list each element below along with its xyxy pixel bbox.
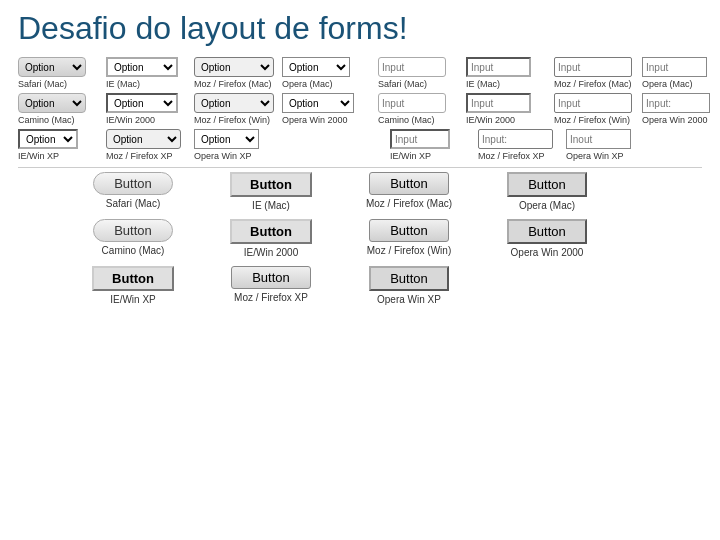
opera-mac-btn-cell: Button Opera (Mac) bbox=[492, 172, 602, 211]
moz-win-input-label: Moz / Firefox (Win) bbox=[554, 115, 630, 125]
ie-mac-input-cell: IE (Mac) bbox=[466, 57, 546, 89]
camino-input-label: Camino (Mac) bbox=[378, 115, 435, 125]
opera-xp-select-label: Opera Win XP bbox=[194, 151, 252, 161]
ie-mac-select-label: IE (Mac) bbox=[106, 79, 140, 89]
opera-xp-input-label: Opera Win XP bbox=[566, 151, 624, 161]
safari-mac-button[interactable]: Button bbox=[93, 172, 173, 195]
opera-mac-input-cell: Opera (Mac) bbox=[642, 57, 720, 89]
opera-win-input-cell: Opera Win 2000 bbox=[642, 93, 720, 125]
opera-xp-input[interactable] bbox=[566, 129, 631, 149]
opera-win-select[interactable]: OptionOption 2Option 3 bbox=[282, 93, 354, 113]
safari-mac-select-cell: OptionOption 2Option 3 Safari (Mac) bbox=[18, 57, 98, 89]
moz-win-button[interactable]: Button bbox=[369, 219, 449, 242]
moz-xp-select-label: Moz / Firefox XP bbox=[106, 151, 173, 161]
btn-mac-row: Button Safari (Mac) Button IE (Mac) Butt… bbox=[78, 172, 702, 211]
opera-win-btn-label: Opera Win 2000 bbox=[511, 247, 584, 258]
mac-row: OptionOption 2Option 3 Safari (Mac) Opti… bbox=[18, 57, 702, 89]
opera-win-btn-cell: Button Opera Win 2000 bbox=[492, 219, 602, 258]
moz-xp-select-cell: OptionOption 2Option 3 Moz / Firefox XP bbox=[106, 129, 186, 161]
opera-mac-input-label: Opera (Mac) bbox=[642, 79, 693, 89]
moz-win-select-label: Moz / Firefox (Win) bbox=[194, 115, 270, 125]
winxp-row: OptionOption 2Option 3 IE/Win XP OptionO… bbox=[18, 129, 702, 161]
page-title: Desafio do layout de forms! bbox=[18, 10, 702, 47]
opera-xp-input-cell: Opera Win XP bbox=[566, 129, 646, 161]
ie-win-btn-cell: Button IE/Win 2000 bbox=[216, 219, 326, 258]
ie-win-button[interactable]: Button bbox=[230, 219, 312, 244]
camino-select-cell: OptionOption 2Option 3 Camino (Mac) bbox=[18, 93, 98, 125]
opera-mac-select[interactable]: OptionOption 2Option 3 bbox=[282, 57, 350, 77]
moz-xp-input-label: Moz / Firefox XP bbox=[478, 151, 545, 161]
opera-mac-btn-label: Opera (Mac) bbox=[519, 200, 575, 211]
ie-mac-input-label: IE (Mac) bbox=[466, 79, 500, 89]
ie-xp-input[interactable] bbox=[390, 129, 450, 149]
camino-button[interactable]: Button bbox=[93, 219, 173, 242]
moz-xp-input-cell: Moz / Firefox XP bbox=[478, 129, 558, 161]
camino-input[interactable] bbox=[378, 93, 446, 113]
safari-mac-input[interactable] bbox=[378, 57, 446, 77]
opera-xp-select-cell: OptionOption 2Option 3 Opera Win XP bbox=[194, 129, 274, 161]
ie-mac-button[interactable]: Button bbox=[230, 172, 312, 197]
ie-win-btn-label: IE/Win 2000 bbox=[244, 247, 298, 258]
btn-win-row: Button Camino (Mac) Button IE/Win 2000 B… bbox=[78, 219, 702, 258]
ie-mac-btn-cell: Button IE (Mac) bbox=[216, 172, 326, 211]
camino-select[interactable]: OptionOption 2Option 3 bbox=[18, 93, 86, 113]
moz-mac-select[interactable]: OptionOption 2Option 3 bbox=[194, 57, 274, 77]
ie-mac-input[interactable] bbox=[466, 57, 531, 77]
opera-win-select-cell: OptionOption 2Option 3 Opera Win 2000 bbox=[282, 93, 362, 125]
opera-mac-select-label: Opera (Mac) bbox=[282, 79, 333, 89]
opera-mac-button[interactable]: Button bbox=[507, 172, 587, 197]
ie-win-input[interactable] bbox=[466, 93, 531, 113]
ie-xp-select-cell: OptionOption 2Option 3 IE/Win XP bbox=[18, 129, 98, 161]
moz-xp-button[interactable]: Button bbox=[231, 266, 311, 289]
safari-mac-btn-label: Safari (Mac) bbox=[106, 198, 160, 209]
win2000-row: OptionOption 2Option 3 Camino (Mac) Opti… bbox=[18, 93, 702, 125]
form-controls-section: OptionOption 2Option 3 Safari (Mac) Opti… bbox=[18, 57, 702, 161]
opera-win-input-label: Opera Win 2000 bbox=[642, 115, 708, 125]
moz-xp-input[interactable] bbox=[478, 129, 553, 149]
opera-win-button[interactable]: Button bbox=[507, 219, 587, 244]
moz-win-input[interactable] bbox=[554, 93, 632, 113]
ie-xp-button[interactable]: Button bbox=[92, 266, 174, 291]
safari-mac-select-label: Safari (Mac) bbox=[18, 79, 67, 89]
ie-mac-btn-label: IE (Mac) bbox=[252, 200, 290, 211]
ie-win-select[interactable]: OptionOption 2Option 3 bbox=[106, 93, 178, 113]
moz-win-btn-label: Moz / Firefox (Win) bbox=[367, 245, 451, 256]
moz-xp-select[interactable]: OptionOption 2Option 3 bbox=[106, 129, 181, 149]
ie-mac-select-cell: OptionOption 2Option 3 IE (Mac) bbox=[106, 57, 186, 89]
moz-xp-btn-cell: Button Moz / Firefox XP bbox=[216, 266, 326, 303]
opera-xp-button[interactable]: Button bbox=[369, 266, 449, 291]
opera-win-select-label: Opera Win 2000 bbox=[282, 115, 348, 125]
ie-xp-select[interactable]: OptionOption 2Option 3 bbox=[18, 129, 78, 149]
ie-win-select-label: IE/Win 2000 bbox=[106, 115, 155, 125]
page: Desafio do layout de forms! OptionOption… bbox=[0, 0, 720, 315]
ie-xp-btn-cell: Button IE/Win XP bbox=[78, 266, 188, 305]
camino-btn-label: Camino (Mac) bbox=[102, 245, 165, 256]
opera-mac-input[interactable] bbox=[642, 57, 707, 77]
opera-mac-select-cell: OptionOption 2Option 3 Opera (Mac) bbox=[282, 57, 362, 89]
button-section: Button Safari (Mac) Button IE (Mac) Butt… bbox=[18, 172, 702, 305]
opera-xp-btn-cell: Button Opera Win XP bbox=[354, 266, 464, 305]
ie-xp-input-cell: IE/Win XP bbox=[390, 129, 470, 161]
camino-btn-cell: Button Camino (Mac) bbox=[78, 219, 188, 256]
moz-win-select-cell: OptionOption 2Option 3 Moz / Firefox (Wi… bbox=[194, 93, 274, 125]
safari-mac-select[interactable]: OptionOption 2Option 3 bbox=[18, 57, 86, 77]
moz-mac-btn-cell: Button Moz / Firefox (Mac) bbox=[354, 172, 464, 209]
moz-mac-input-label: Moz / Firefox (Mac) bbox=[554, 79, 632, 89]
opera-xp-select[interactable]: OptionOption 2Option 3 bbox=[194, 129, 259, 149]
ie-xp-btn-label: IE/Win XP bbox=[110, 294, 156, 305]
moz-win-input-cell: Moz / Firefox (Win) bbox=[554, 93, 634, 125]
ie-mac-select[interactable]: OptionOption 2Option 3 bbox=[106, 57, 178, 77]
ie-win-input-label: IE/Win 2000 bbox=[466, 115, 515, 125]
opera-win-input[interactable] bbox=[642, 93, 710, 113]
ie-xp-input-label: IE/Win XP bbox=[390, 151, 431, 161]
moz-mac-select-label: Moz / Firefox (Mac) bbox=[194, 79, 272, 89]
ie-win-input-cell: IE/Win 2000 bbox=[466, 93, 546, 125]
safari-mac-input-cell: Safari (Mac) bbox=[378, 57, 458, 89]
opera-xp-btn-label: Opera Win XP bbox=[377, 294, 441, 305]
safari-btn-cell: Button Safari (Mac) bbox=[78, 172, 188, 209]
safari-mac-input-label: Safari (Mac) bbox=[378, 79, 427, 89]
moz-win-select[interactable]: OptionOption 2Option 3 bbox=[194, 93, 274, 113]
moz-mac-button[interactable]: Button bbox=[369, 172, 449, 195]
moz-mac-input[interactable] bbox=[554, 57, 632, 77]
ie-xp-select-label: IE/Win XP bbox=[18, 151, 59, 161]
